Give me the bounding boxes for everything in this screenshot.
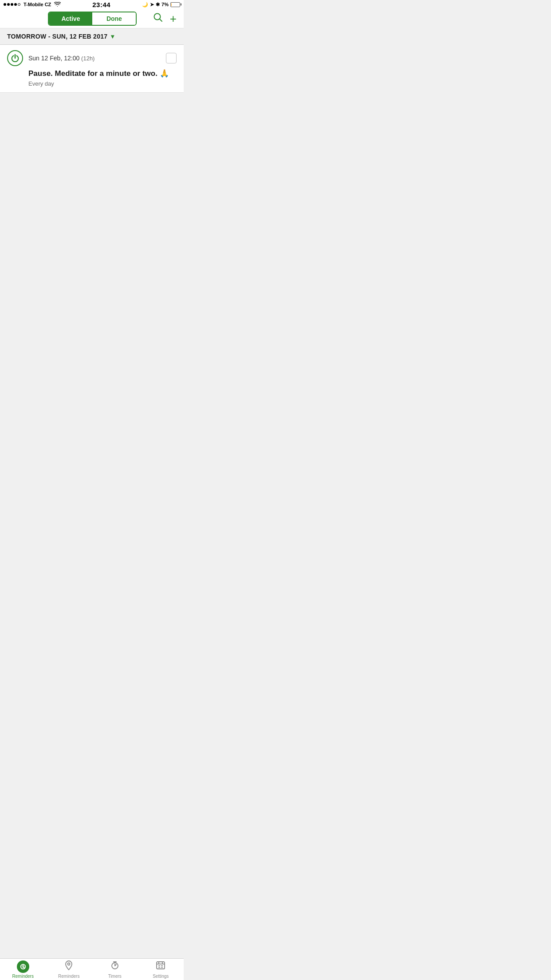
add-icon[interactable]: + bbox=[170, 13, 177, 24]
task-content: Pause. Meditate for a minute or two. 🙏 E… bbox=[28, 69, 177, 87]
signal-dot-4 bbox=[14, 3, 17, 6]
search-icon[interactable] bbox=[153, 12, 163, 25]
task-body: Pause. Meditate for a minute or two. 🙏 E… bbox=[28, 69, 177, 87]
segment-done-button[interactable]: Done bbox=[92, 12, 136, 25]
carrier-label: T-Mobile CZ bbox=[24, 2, 51, 7]
battery-fill bbox=[171, 3, 172, 6]
section-title: TOMORROW - Sun, 12 Feb 2017 bbox=[7, 33, 107, 40]
chevron-down-icon: ▾ bbox=[111, 33, 114, 40]
signal-dot-3 bbox=[11, 3, 13, 6]
signal-dot-5 bbox=[18, 3, 20, 6]
nav-bar: Active Done + bbox=[0, 9, 184, 28]
power-icon bbox=[7, 50, 23, 66]
status-bar: T-Mobile CZ 23:44 🌙 ➤ ✱ 7% bbox=[0, 0, 184, 9]
task-checkbox[interactable] bbox=[166, 53, 177, 63]
task-emoji: 🙏 bbox=[160, 69, 169, 78]
task-header: Sun 12 Feb, 12:00 (12h) bbox=[7, 50, 177, 66]
signal-dot-2 bbox=[7, 3, 10, 6]
section-header[interactable]: TOMORROW - Sun, 12 Feb 2017 ▾ bbox=[0, 28, 184, 45]
status-right: 🌙 ➤ ✱ 7% bbox=[142, 2, 180, 8]
location-icon: ➤ bbox=[150, 2, 154, 8]
signal-dots bbox=[4, 3, 20, 6]
bluetooth-icon: ✱ bbox=[156, 2, 160, 8]
task-title: Pause. Meditate for a minute or two. 🙏 bbox=[28, 69, 177, 79]
status-left: T-Mobile CZ bbox=[4, 2, 61, 8]
signal-dot-1 bbox=[4, 3, 6, 6]
moon-icon: 🌙 bbox=[142, 2, 148, 8]
task-item: Sun 12 Feb, 12:00 (12h) Pause. Meditate … bbox=[0, 45, 184, 93]
segment-control[interactable]: Active Done bbox=[48, 12, 137, 26]
wifi-icon bbox=[54, 2, 61, 8]
battery-icon bbox=[170, 2, 180, 7]
main-content bbox=[0, 93, 184, 337]
battery-percent: 7% bbox=[161, 2, 169, 7]
battery-container bbox=[170, 2, 180, 7]
nav-actions: + bbox=[153, 12, 177, 25]
segment-active-button[interactable]: Active bbox=[49, 12, 92, 25]
status-time: 23:44 bbox=[92, 1, 110, 8]
svg-line-1 bbox=[159, 19, 162, 21]
task-recurrence: Every day bbox=[28, 80, 177, 87]
task-time: Sun 12 Feb, 12:00 (12h) bbox=[28, 55, 166, 62]
